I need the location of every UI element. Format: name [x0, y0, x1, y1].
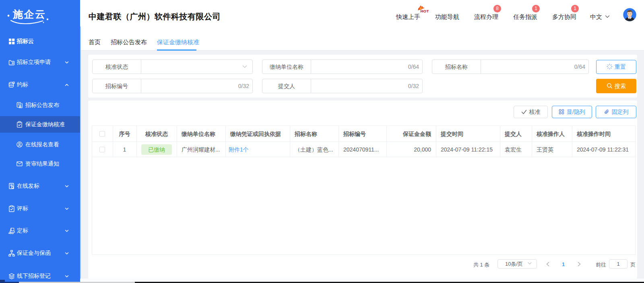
svg-text:HOT: HOT	[421, 9, 429, 13]
